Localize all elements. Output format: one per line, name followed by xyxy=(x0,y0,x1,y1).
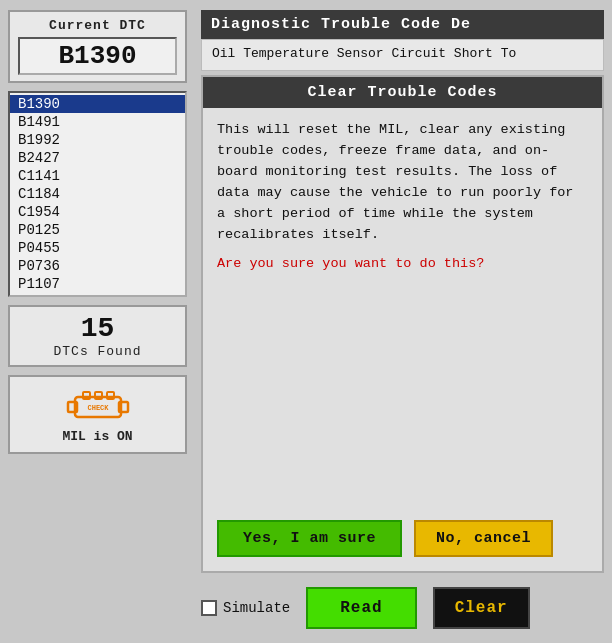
dtc-list-item[interactable]: C1141 xyxy=(10,167,185,185)
yes-confirm-button[interactable]: Yes, I am sure xyxy=(217,520,402,557)
dtc-list-item[interactable]: P0736 xyxy=(10,257,185,275)
current-dtc-section: Current DTC B1390 xyxy=(8,10,187,83)
modal-buttons: Yes, I am sure No, cancel xyxy=(203,510,602,571)
dtc-count-number: 15 xyxy=(14,313,181,344)
modal-body: This will reset the MIL, clear any exist… xyxy=(203,108,602,510)
mil-box: CHECK MIL is ON xyxy=(8,375,187,454)
read-button[interactable]: Read xyxy=(306,587,416,629)
check-engine-icon: CHECK xyxy=(63,385,133,427)
modal-warning-text: Are you sure you want to do this? xyxy=(217,254,588,275)
dtc-list: B1390B1491B1992B2427C1141C1184C1954P0125… xyxy=(8,91,187,297)
dtc-description: Oil Temperature Sensor Circuit Short To xyxy=(201,39,604,71)
clear-trouble-codes-modal: Clear Trouble Codes This will reset the … xyxy=(201,75,604,573)
bottom-bar: Simulate Read Clear xyxy=(201,583,604,633)
dtc-list-item[interactable]: B1992 xyxy=(10,131,185,149)
current-dtc-value: B1390 xyxy=(18,37,177,75)
dtc-list-item[interactable]: B1390 xyxy=(10,95,185,113)
modal-header: Clear Trouble Codes xyxy=(203,77,602,108)
simulate-checkbox[interactable] xyxy=(201,600,217,616)
dtc-list-item[interactable]: P1107 xyxy=(10,275,185,293)
dtc-list-item[interactable]: C1184 xyxy=(10,185,185,203)
left-panel: Current DTC B1390 B1390B1491B1992B2427C1… xyxy=(0,0,195,643)
dtc-list-item[interactable]: B1491 xyxy=(10,113,185,131)
right-panel: Diagnostic Trouble Code De Oil Temperatu… xyxy=(195,0,612,643)
clear-button[interactable]: Clear xyxy=(433,587,530,629)
svg-text:CHECK: CHECK xyxy=(87,404,109,412)
simulate-label: Simulate xyxy=(223,600,290,616)
dtc-list-item[interactable]: P0125 xyxy=(10,221,185,239)
dtc-list-item[interactable]: C1954 xyxy=(10,203,185,221)
dtc-count-box: 15 DTCs Found xyxy=(8,305,187,367)
simulate-section: Simulate xyxy=(201,600,290,616)
mil-label: MIL is ON xyxy=(14,429,181,444)
dtc-list-item[interactable]: B2427 xyxy=(10,149,185,167)
dtc-title-bar: Diagnostic Trouble Code De xyxy=(201,10,604,39)
no-cancel-button[interactable]: No, cancel xyxy=(414,520,553,557)
dtc-count-label: DTCs Found xyxy=(14,344,181,359)
dtc-list-item[interactable]: P0455 xyxy=(10,239,185,257)
modal-body-text: This will reset the MIL, clear any exist… xyxy=(217,122,573,242)
current-dtc-label: Current DTC xyxy=(18,18,177,33)
